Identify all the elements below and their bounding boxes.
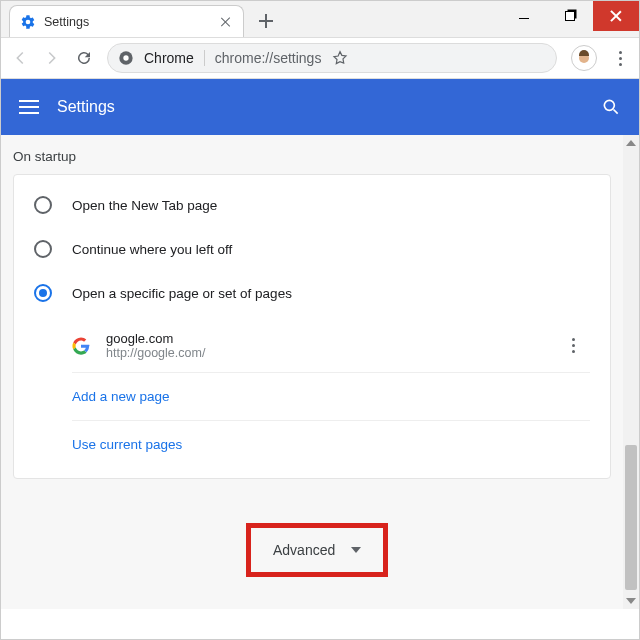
- settings-content: On startup Open the New Tab page Continu…: [1, 135, 639, 609]
- new-tab-button[interactable]: [252, 7, 280, 35]
- scroll-up-button[interactable]: [623, 135, 639, 151]
- section-title: On startup: [9, 135, 631, 174]
- advanced-toggle[interactable]: Advanced: [246, 523, 388, 577]
- omnibox-url: chrome://settings: [215, 50, 322, 66]
- settings-header: Settings: [1, 79, 639, 135]
- omnibox-divider: [204, 50, 205, 66]
- search-icon[interactable]: [601, 97, 621, 117]
- tab-title: Settings: [44, 15, 211, 29]
- radio-icon: [34, 284, 52, 302]
- window-close-button[interactable]: [593, 1, 639, 31]
- menu-icon[interactable]: [19, 100, 39, 114]
- address-bar[interactable]: Chrome chrome://settings: [107, 43, 557, 73]
- chrome-icon: [118, 50, 134, 66]
- startup-pages-list: google.com http://google.com/ Add a new …: [14, 315, 610, 478]
- forward-button[interactable]: [43, 49, 61, 67]
- startup-option-continue[interactable]: Continue where you left off: [14, 227, 610, 271]
- omnibox-origin: Chrome: [144, 50, 194, 66]
- google-favicon: [72, 337, 90, 355]
- startup-option-specific[interactable]: Open a specific page or set of pages: [14, 271, 610, 315]
- entry-menu-button[interactable]: [564, 338, 582, 353]
- back-button[interactable]: [11, 49, 29, 67]
- scrollbar-thumb[interactable]: [625, 445, 637, 590]
- radio-icon: [34, 196, 52, 214]
- star-icon[interactable]: [331, 49, 349, 67]
- window-caption-buttons: [501, 1, 639, 31]
- window-minimize-button[interactable]: [501, 1, 547, 31]
- tab-settings[interactable]: Settings: [9, 5, 244, 37]
- window-maximize-button[interactable]: [547, 1, 593, 31]
- vertical-scrollbar[interactable]: [623, 135, 639, 609]
- tab-close-icon[interactable]: [219, 15, 233, 29]
- option-label: Open a specific page or set of pages: [72, 286, 292, 301]
- gear-icon: [20, 14, 36, 30]
- reload-button[interactable]: [75, 49, 93, 67]
- page-title: Settings: [57, 98, 115, 116]
- profile-avatar[interactable]: [571, 45, 597, 71]
- add-new-page-link[interactable]: Add a new page: [72, 372, 590, 420]
- advanced-label: Advanced: [273, 542, 335, 558]
- plus-icon: [259, 14, 273, 28]
- use-current-pages-link[interactable]: Use current pages: [72, 420, 590, 468]
- startup-card: Open the New Tab page Continue where you…: [13, 174, 611, 479]
- svg-point-1: [123, 55, 128, 60]
- scroll-down-button[interactable]: [623, 593, 639, 609]
- svg-point-2: [604, 100, 614, 110]
- svg-line-3: [614, 110, 618, 114]
- startup-page-entry: google.com http://google.com/: [72, 319, 590, 372]
- browser-menu-button[interactable]: [611, 51, 629, 66]
- option-label: Continue where you left off: [72, 242, 232, 257]
- startup-page-url: http://google.com/: [106, 346, 548, 360]
- browser-toolbar: Chrome chrome://settings: [1, 37, 639, 79]
- startup-page-name: google.com: [106, 331, 548, 346]
- startup-option-newtab[interactable]: Open the New Tab page: [14, 183, 610, 227]
- chevron-down-icon: [351, 547, 361, 553]
- radio-icon: [34, 240, 52, 258]
- option-label: Open the New Tab page: [72, 198, 217, 213]
